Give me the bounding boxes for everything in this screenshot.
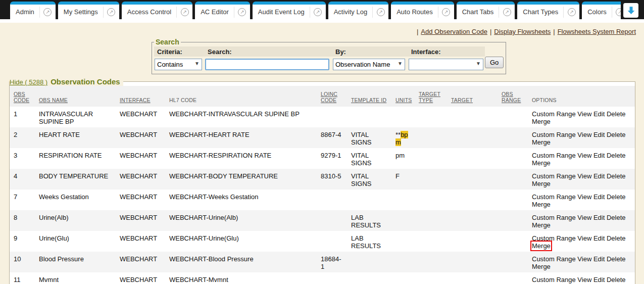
open-new-window-icon[interactable]: ↗ [177, 8, 192, 16]
custom-range-link[interactable]: Custom Range [532, 214, 576, 221]
view-link[interactable]: View [577, 172, 591, 180]
cell-target-type [415, 148, 447, 169]
view-link[interactable]: View [577, 276, 591, 283]
column-header-interface[interactable]: INTERFACE [116, 86, 165, 107]
view-link[interactable]: View [577, 234, 591, 242]
search-input[interactable] [205, 59, 329, 70]
edit-link[interactable]: Edit [593, 193, 605, 201]
criteria-select[interactable]: Contains [155, 59, 202, 70]
open-new-window-icon[interactable]: ↗ [40, 8, 56, 16]
cell-units [391, 231, 415, 252]
delete-link[interactable]: Delete [607, 131, 626, 138]
cell-options: Custom Range View Edit Delete Merge [528, 127, 635, 148]
tab-chart-types[interactable]: Chart Types ↗ [517, 2, 579, 19]
open-new-window-icon[interactable]: ↗ [499, 8, 515, 16]
view-link[interactable]: View [577, 193, 591, 201]
tab-chart-tabs[interactable]: Chart Tabs ↗ [457, 2, 515, 19]
merge-link[interactable]: Merge [532, 118, 551, 125]
column-header-obs-range[interactable]: OBS RANGE [498, 86, 528, 107]
tab-my-settings[interactable]: My Settings ↗ [58, 2, 119, 19]
merge-link[interactable]: Merge [532, 159, 551, 167]
column-header-target[interactable]: TARGET [447, 86, 498, 107]
tab-admin[interactable]: Admin ↗ [10, 2, 56, 19]
custom-range-link[interactable]: Custom Range [532, 234, 576, 242]
edit-link[interactable]: Edit [593, 152, 605, 159]
delete-link[interactable]: Delete [607, 255, 626, 263]
tab-activity-log[interactable]: Activity Log ↗ [328, 2, 388, 19]
view-link[interactable]: View [577, 255, 591, 263]
view-link[interactable]: View [577, 110, 591, 118]
open-new-window-icon[interactable]: ↗ [564, 8, 579, 16]
delete-link[interactable]: Delete [607, 214, 626, 221]
open-new-window-icon[interactable]: ↗ [310, 8, 326, 16]
view-link[interactable]: View [577, 214, 591, 221]
custom-range-link[interactable]: Custom Range [532, 152, 576, 159]
delete-link[interactable]: Delete [607, 152, 626, 159]
delete-link[interactable]: Delete [607, 193, 626, 201]
cell-template-id [347, 272, 391, 284]
open-new-window-icon[interactable]: ↗ [373, 8, 388, 16]
open-new-window-icon[interactable]: ↗ [234, 8, 250, 16]
interface-select[interactable] [409, 59, 483, 70]
tab-colors[interactable]: Colors ↗ [582, 2, 621, 19]
page-action-links: |Add Observation Code|Display Flowsheets… [0, 23, 644, 37]
open-new-window-icon[interactable]: ↗ [438, 8, 454, 16]
delete-link[interactable]: Delete [607, 234, 626, 242]
edit-link[interactable]: Edit [593, 276, 605, 283]
display-flowsheets-link[interactable]: Display Flowsheets [494, 28, 551, 35]
merge-link-annotated[interactable]: Merge [532, 242, 551, 250]
tab-label: Admin [10, 8, 39, 16]
edit-link[interactable]: Edit [593, 255, 605, 263]
merge-link[interactable]: Merge [532, 201, 551, 208]
cell-target [447, 169, 498, 190]
custom-range-link[interactable]: Custom Range [532, 172, 576, 180]
cell-obs-name: Weeks Gestation [35, 190, 116, 210]
merge-link[interactable]: Merge [532, 180, 551, 187]
tab-ac-editor[interactable]: AC Editor ↗ [195, 2, 250, 19]
tab-access-control[interactable]: Access Control ↗ [122, 2, 192, 19]
tab-auto-routes[interactable]: Auto Routes ↗ [391, 2, 454, 19]
column-header-hl7-code: HL7 CODE [165, 86, 317, 107]
add-observation-code-link[interactable]: Add Observation Code [421, 28, 487, 35]
delete-link[interactable]: Delete [607, 172, 626, 180]
view-link[interactable]: View [577, 152, 591, 159]
column-header-target-type[interactable]: TARGET TYPE [415, 86, 447, 107]
merge-link[interactable]: Merge [532, 263, 551, 270]
merge-link[interactable]: Merge [532, 221, 551, 229]
by-select[interactable]: Observation Name [333, 59, 405, 70]
delete-link[interactable]: Delete [607, 110, 626, 118]
cell-loinc-code: 8867-4 [317, 127, 347, 148]
tab-audit-event-log[interactable]: Audit Event Log ↗ [253, 2, 326, 19]
custom-range-link[interactable]: Custom Range [532, 193, 576, 201]
custom-range-link[interactable]: Custom Range [532, 276, 576, 283]
flowsheets-system-report-link[interactable]: Flowsheets System Report [558, 28, 636, 35]
cell-obs-name: Mvmnt [35, 272, 116, 284]
hide-count-link[interactable]: Hide ( 5288 ) [10, 78, 47, 86]
cell-target [447, 272, 498, 284]
column-header-obs-code[interactable]: OBS CODE [10, 86, 35, 107]
delete-link[interactable]: Delete [607, 276, 626, 283]
edit-link[interactable]: Edit [593, 131, 605, 138]
edit-link[interactable]: Edit [593, 110, 605, 118]
merge-link[interactable]: Merge [532, 138, 551, 146]
custom-range-link[interactable]: Custom Range [532, 255, 576, 263]
tab-overflow-button[interactable] [623, 3, 638, 18]
view-link[interactable]: View [577, 131, 591, 138]
column-header-obs-name[interactable]: OBS NAME [35, 86, 116, 107]
cell-target [447, 190, 498, 210]
cell-loinc-code: 9279-1 [317, 148, 347, 169]
cell-interface: WEBCHART [116, 127, 165, 148]
custom-range-link[interactable]: Custom Range [532, 131, 576, 138]
column-header-template-id[interactable]: TEMPLATE ID [347, 86, 391, 107]
cell-target-type [415, 231, 447, 252]
edit-link[interactable]: Edit [593, 214, 605, 221]
go-button[interactable]: Go [485, 57, 504, 68]
edit-link[interactable]: Edit [593, 172, 605, 180]
column-header-loinc-code[interactable]: LOINC CODE [317, 86, 347, 107]
observation-codes-table: OBS CODEOBS NAMEINTERFACEHL7 CODELOINC C… [10, 86, 635, 284]
edit-link[interactable]: Edit [593, 234, 605, 242]
open-new-window-icon[interactable]: ↗ [104, 8, 119, 16]
custom-range-link[interactable]: Custom Range [532, 110, 576, 118]
open-new-window-icon[interactable]: ↗ [612, 8, 621, 16]
column-header-units[interactable]: UNITS [391, 86, 415, 107]
